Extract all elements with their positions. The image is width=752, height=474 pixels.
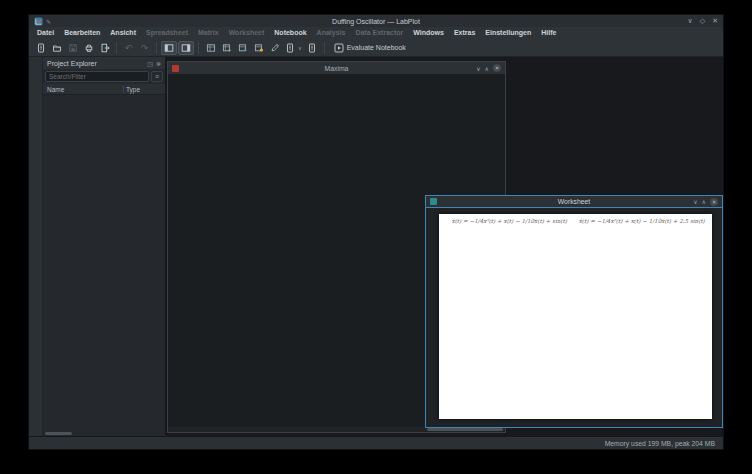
notebook-title: Maxima [168,65,505,72]
menu-item-bearbeiten[interactable]: Bearbeiten [59,27,105,39]
search-row: ≡ [43,69,165,84]
menu-item-extras[interactable]: Extras [449,27,480,39]
window-title: Duffing Oscillator — LabPlot [29,18,723,25]
worksheet-tool-strip [29,57,43,436]
menu-item-ansicht[interactable]: Ansicht [105,27,141,39]
print-icon[interactable] [81,41,96,55]
menu-item-data-extractor[interactable]: Data Extractor [350,27,408,39]
new-notebook-button[interactable]: ∨ [283,41,304,55]
notebook-close-icon[interactable]: ✕ [493,64,501,72]
evaluate-notebook-button[interactable]: Evaluate Notebook [329,41,411,55]
duplicate-notebook-icon[interactable] [305,41,320,55]
toggle-project-explorer-button[interactable] [161,41,177,55]
memory-status: Memory used 199 MB, peak 204 MB [605,440,715,447]
filter-options-icon[interactable]: ≡ [151,71,163,82]
notebook-minimize-icon[interactable]: ∨ [476,65,480,72]
column-header-type[interactable]: Type [123,86,165,93]
new-project-icon[interactable] [33,41,48,55]
panel-close-icon[interactable]: ⊗ [156,60,161,67]
toolbar-separator [156,42,157,54]
menu-bar: DateiBearbeitenAnsichtSpreadsheetMatrixW… [29,27,723,39]
notebook-titlebar[interactable]: Maxima ∨ ∧ ✕ [168,62,505,74]
menu-item-worksheet[interactable]: Worksheet [224,27,270,39]
worksheet-titlebar[interactable]: Worksheet ∨ ∧ ✕ [426,196,722,208]
tree-column-headers[interactable]: Name Type [43,84,165,95]
dropdown-caret-icon: ∨ [298,45,302,51]
equation-label-2[interactable]: ẍ(t) = −1/4x³(t) + x(t) − 1/10ẋ(t) + 2.5… [576,216,709,227]
toolbar-separator [324,42,325,54]
project-explorer-title: Project Explorer [47,60,97,67]
main-toolbar: ↶↷∨Evaluate Notebook [29,39,723,57]
worksheet-canvas[interactable]: ẍ(t) = −1/4x³(t) + x(t) − 1/10ẋ(t) + sin… [439,214,712,419]
title-bar[interactable]: ✎ Duffing Oscillator — LabPlot ∨ ◇ ✕ [29,15,723,27]
insert-image-entry-icon[interactable] [267,41,282,55]
project-tree [43,95,165,431]
labplot-main-window: ✎ Duffing Oscillator — LabPlot ∨ ◇ ✕ Dat… [28,14,724,450]
maxima-icon [172,65,179,72]
modified-indicator-icon: ✎ [46,18,51,25]
statistics-icon[interactable] [203,41,218,55]
menu-item-notebook[interactable]: Notebook [269,27,311,39]
panel-float-icon[interactable]: ◳ [147,60,153,67]
menu-item-einstellungen[interactable]: Einstellungen [480,27,536,39]
equation-row: ẍ(t) = −1/4x³(t) + x(t) − 1/10ẋ(t) + sin… [443,216,708,227]
redo-icon[interactable]: ↷ [137,41,152,55]
evaluate-notebook-button-label: Evaluate Notebook [347,44,406,51]
notebook-hscroll-thumb[interactable] [427,428,503,431]
close-icon[interactable]: ✕ [712,17,718,25]
open-project-icon[interactable] [49,41,64,55]
worksheet-icon [430,198,437,205]
worksheet-close-icon[interactable]: ✕ [710,198,718,206]
menu-item-spreadsheet[interactable]: Spreadsheet [141,27,193,39]
content-area: Project Explorer ◳ ⊗ ≡ Name Type [29,57,723,436]
export-icon[interactable] [97,41,112,55]
search-input[interactable] [45,71,149,82]
toolbar-separator [198,42,199,54]
menu-item-datei[interactable]: Datei [32,27,59,39]
worksheet-title: Worksheet [426,198,722,205]
insert-text-entry-icon[interactable] [235,41,250,55]
column-header-name[interactable]: Name [43,86,123,93]
worksheet-view: ẍ(t) = −1/4x³(t) + x(t) − 1/10ẋ(t) + sin… [426,208,722,427]
menu-item-matrix[interactable]: Matrix [193,27,224,39]
menu-item-analysis[interactable]: Analysis [312,27,351,39]
minimize-icon[interactable]: ∨ [688,17,693,25]
labplot-app-icon [34,17,43,26]
insert-command-entry-icon[interactable] [219,41,234,55]
notebook-maximize-icon[interactable]: ∧ [485,65,489,72]
status-bar: Memory used 199 MB, peak 204 MB [29,436,723,449]
project-explorer-panel: Project Explorer ◳ ⊗ ≡ Name Type [43,57,166,436]
explorer-hscroll-thumb[interactable] [45,432,72,435]
toggle-properties-button[interactable] [178,41,194,55]
project-explorer-header[interactable]: Project Explorer ◳ ⊗ [43,57,165,69]
menu-item-windows[interactable]: Windows [408,27,449,39]
mdi-area: Maxima ∨ ∧ ✕ Worksheet ∨ ∧ [166,57,723,436]
worksheet-minimize-icon[interactable]: ∨ [693,198,697,205]
undo-icon[interactable]: ↶ [121,41,136,55]
maximize-icon[interactable]: ◇ [700,17,705,25]
worksheet-maximize-icon[interactable]: ∧ [702,198,706,205]
insert-markdown-entry-icon[interactable] [251,41,266,55]
menu-item-hilfe[interactable]: Hilfe [536,27,561,39]
toolbar-separator [116,42,117,54]
save-project-icon[interactable] [65,41,80,55]
worksheet-window: Worksheet ∨ ∧ ✕ ẍ(t) = −1/4x³(t) + x(t) … [425,195,723,428]
equation-label-1[interactable]: ẍ(t) = −1/4x³(t) + x(t) − 1/10ẋ(t) + sin… [443,216,576,227]
